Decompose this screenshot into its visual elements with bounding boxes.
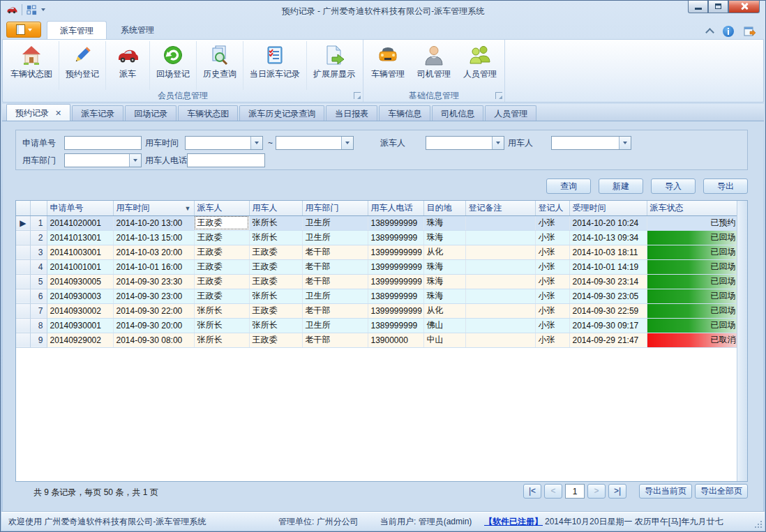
grid-cell[interactable]: 1389999999 [368, 215, 423, 230]
resize-grip[interactable] [760, 526, 762, 528]
table-row[interactable]: ▶1201410200012014-10-20 13:00王政委张所长卫生所13… [16, 215, 740, 230]
grid-cell[interactable] [465, 274, 535, 289]
extend-screen-button[interactable]: 扩展屏显示 [307, 41, 361, 90]
grid-cell[interactable]: 13999999999 [368, 274, 423, 289]
ribbon-tab-system[interactable]: 系统管理 [108, 21, 167, 39]
minimize-button[interactable] [688, 0, 708, 13]
grid-cell[interactable]: 珠海 [423, 230, 465, 245]
grid-cell[interactable]: 20141003001 [47, 245, 113, 259]
export-current-page-button[interactable]: 导出当前页 [639, 484, 692, 499]
vertical-scrollbar[interactable] [737, 201, 747, 481]
table-row[interactable]: 3201410030012014-10-03 20:00王政委王政委老干部139… [16, 245, 740, 259]
row-number[interactable]: 6 [30, 289, 47, 303]
grid-cell[interactable]: 20140930005 [47, 274, 113, 289]
grid-cell[interactable]: 2014-10-03 18:11 [569, 245, 647, 259]
combo-dropdown-button[interactable] [341, 137, 353, 149]
grid-cell[interactable]: 小张 [535, 289, 569, 303]
tab-personnel-manage[interactable]: 人员管理 [485, 105, 536, 121]
grid-cell[interactable]: 2014-09-30 22:00 [113, 303, 194, 318]
grid-cell[interactable] [465, 333, 535, 347]
table-row[interactable]: 8201409300012014-09-30 20:00张所长张所长卫生所138… [16, 318, 740, 333]
grid-cell[interactable]: 老干部 [302, 333, 368, 347]
grid-cell[interactable]: 小张 [535, 303, 569, 318]
tab-return-records[interactable]: 回场记录 [125, 105, 177, 121]
grid-cell[interactable]: 2014-09-30 20:00 [113, 318, 194, 333]
combo-dropdown-button[interactable] [129, 154, 141, 167]
dialog-launcher-icon[interactable] [495, 92, 502, 99]
table-row[interactable]: 5201409300052014-09-30 23:30王政委王政委老干部139… [16, 274, 740, 289]
grid-cell[interactable]: 小张 [535, 333, 569, 347]
combo-dropdown-button[interactable] [492, 137, 504, 149]
grid-cell[interactable]: 2014-10-03 20:00 [113, 245, 194, 259]
row-indicator[interactable] [16, 303, 30, 318]
col-header-apply-no[interactable]: 申请单号 [47, 201, 113, 215]
grid-cell[interactable]: 2014-09-30 08:00 [113, 333, 194, 347]
dispatch-button[interactable]: 派车 [106, 41, 150, 90]
dispatch-status-cell[interactable]: 已取消 [647, 333, 740, 347]
tab-dispatch-history-query[interactable]: 派车历史记录查询 [239, 105, 324, 121]
table-row[interactable]: 6201409300032014-09-30 23:00王政委张所长卫生所138… [16, 289, 740, 303]
col-header-registrar[interactable]: 登记人 [535, 201, 569, 215]
dispatch-status-cell[interactable]: 已回场 [647, 289, 740, 303]
grid-cell[interactable]: 小张 [535, 274, 569, 289]
grid-cell[interactable]: 王政委 [249, 303, 302, 318]
first-page-button[interactable]: |< [523, 484, 541, 499]
grid-cell[interactable] [465, 303, 535, 318]
use-time-from-combo[interactable] [185, 136, 263, 150]
return-register-button[interactable]: 回场登记 [150, 41, 197, 90]
close-button[interactable] [728, 0, 760, 13]
row-number[interactable]: 2 [30, 230, 47, 245]
collapse-ribbon-icon[interactable] [705, 28, 714, 37]
tab-reservation-records[interactable]: 预约记录✕ [6, 104, 70, 121]
grid-cell[interactable]: 2014-10-01 16:00 [113, 259, 194, 274]
grid-cell[interactable]: 从化 [423, 303, 465, 318]
close-tab-icon[interactable]: ✕ [55, 106, 61, 120]
row-indicator[interactable] [16, 230, 30, 245]
row-number[interactable]: 7 [30, 303, 47, 318]
col-header-remark[interactable]: 登记备注 [465, 201, 535, 215]
reservation-register-button[interactable]: 预约登记 [59, 41, 106, 90]
col-header-destination[interactable]: 目的地 [423, 201, 465, 215]
prev-page-button[interactable]: < [544, 484, 562, 499]
department-combo[interactable] [64, 153, 142, 167]
dispatch-status-cell[interactable]: 已回场 [647, 245, 740, 259]
grid-cell[interactable]: 20141013001 [47, 230, 113, 245]
grid-cell[interactable]: 珠海 [423, 215, 465, 230]
dispatcher-combo[interactable] [426, 136, 504, 150]
grid-cell[interactable]: 小张 [535, 215, 569, 230]
grid-cell[interactable]: 老干部 [302, 303, 368, 318]
row-number[interactable]: 5 [30, 274, 47, 289]
grid-cell[interactable]: 1389999999 [368, 318, 423, 333]
grid-cell[interactable] [465, 245, 535, 259]
apply-no-input[interactable] [64, 136, 142, 150]
col-header-phone[interactable]: 用车人电话 [368, 201, 423, 215]
grid-cell[interactable]: 张所长 [249, 318, 302, 333]
grid-cell[interactable]: 老干部 [302, 245, 368, 259]
dispatch-status-cell[interactable]: 已预约 [647, 215, 740, 230]
history-query-button[interactable]: 历史查询 [197, 41, 243, 90]
col-header-department[interactable]: 用车部门 [302, 201, 368, 215]
row-indicator[interactable] [16, 318, 30, 333]
grid-cell[interactable]: 2014-09-30 09:17 [569, 318, 647, 333]
grid-cell[interactable] [465, 230, 535, 245]
grid-cell[interactable] [465, 289, 535, 303]
grid-cell[interactable]: 王政委 [194, 289, 249, 303]
dispatch-status-cell[interactable]: 已回场 [647, 230, 740, 245]
create-button[interactable]: 新建 [599, 178, 643, 194]
combo-dropdown-button[interactable] [619, 137, 631, 149]
grid-cell[interactable]: 珠海 [423, 259, 465, 274]
titlebar[interactable]: 预约记录 - 广州爱奇迪软件科技有限公司-派车管理系统 [1, 1, 765, 20]
grid-cell[interactable]: 2014-10-01 14:19 [569, 259, 647, 274]
grid-cell[interactable]: 老干部 [302, 259, 368, 274]
grid-cell[interactable]: 佛山 [423, 318, 465, 333]
export-all-pages-button[interactable]: 导出全部页 [695, 484, 748, 499]
driver-manage-button[interactable]: 司机管理 [411, 41, 457, 90]
grid-cell[interactable]: 2014-10-20 13:00 [113, 215, 194, 230]
col-header-user[interactable]: 用车人 [249, 201, 302, 215]
grid-cell[interactable]: 13999999999 [368, 245, 423, 259]
grid-cell[interactable]: 13900000 [368, 333, 423, 347]
grid-cell[interactable]: 珠海 [423, 289, 465, 303]
grid-cell[interactable]: 1389999999 [368, 289, 423, 303]
row-number[interactable]: 8 [30, 318, 47, 333]
grid-cell[interactable]: 王政委 [194, 259, 249, 274]
